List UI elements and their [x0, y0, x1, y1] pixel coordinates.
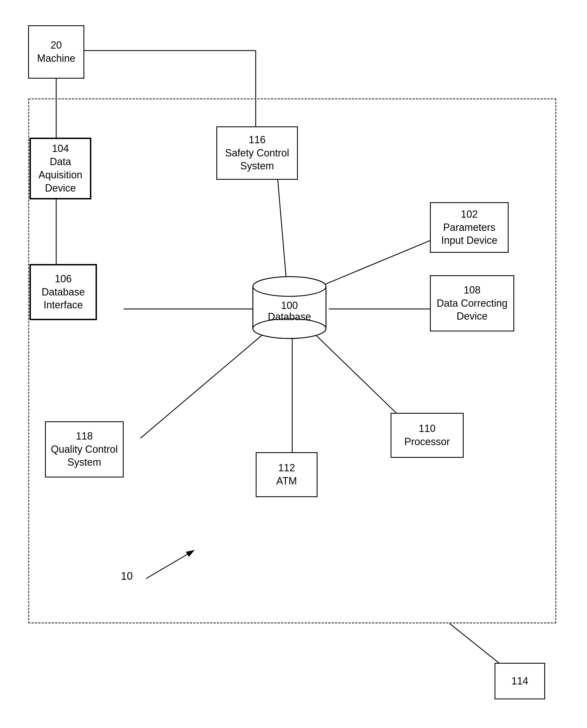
safety-control-node: 116 Safety Control System	[216, 126, 298, 180]
database-cylinder-svg: 100 Database	[250, 272, 329, 340]
system-id-label: 10	[121, 570, 133, 582]
database-node: 100 Database	[250, 272, 329, 340]
quality-control-label: 118 Quality Control System	[51, 430, 118, 469]
database-interface-node: 106 Database Interface	[29, 264, 97, 320]
svg-line-12	[450, 624, 506, 669]
machine-node: 20 Machine	[28, 25, 84, 79]
node114-label: 114	[511, 675, 528, 688]
parameters-input-label: 102 Parameters Input Device	[441, 208, 497, 247]
data-correcting-label: 108 Data Correcting Device	[437, 284, 508, 323]
processor-node: 110 Processor	[391, 413, 464, 458]
atm-label: 112 ATM	[276, 461, 297, 488]
node114: 114	[495, 663, 545, 699]
safety-control-label: 116 Safety Control System	[225, 134, 289, 173]
database-interface-label: 106 Database Interface	[42, 272, 85, 312]
atm-node: 112 ATM	[256, 452, 318, 497]
processor-label: 110 Processor	[404, 422, 450, 448]
svg-text:Database: Database	[268, 311, 311, 322]
data-acquisition-label: 104 Data Aquisition Device	[39, 142, 82, 195]
data-acquisition-node: 104 Data Aquisition Device	[29, 138, 91, 199]
data-correcting-node: 108 Data Correcting Device	[430, 275, 514, 332]
svg-point-18	[253, 277, 326, 296]
diagram-container: 20 Machine 104 Data Aquisition Device 11…	[11, 11, 576, 717]
system-label: 10	[121, 570, 133, 582]
quality-control-node: 118 Quality Control System	[45, 421, 124, 478]
svg-text:100: 100	[281, 300, 298, 311]
parameters-input-node: 102 Parameters Input Device	[430, 202, 509, 253]
machine-label: 20 Machine	[37, 39, 75, 65]
